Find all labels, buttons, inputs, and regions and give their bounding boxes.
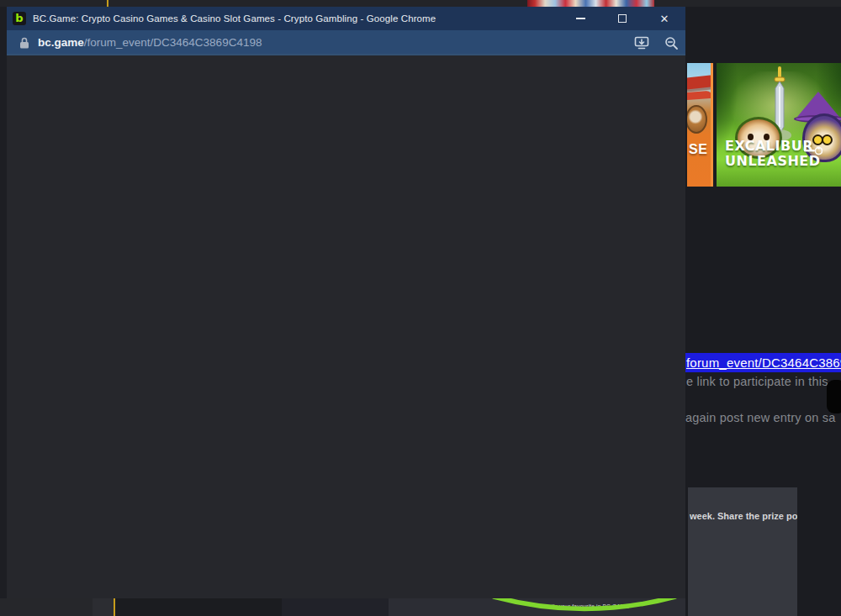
maximize-icon xyxy=(618,14,627,23)
download-icon[interactable] xyxy=(633,34,650,51)
game-banner-excalibur[interactable]: EXCALIBUR UNLEASHED xyxy=(717,63,841,187)
window-title: BC.Game: Crypto Casino Games & Casino Sl… xyxy=(33,7,436,30)
url-domain: bc.game xyxy=(38,36,84,49)
banner-title-fragment: SE xyxy=(689,142,707,157)
background-segment xyxy=(93,598,114,616)
close-button[interactable]: ✕ xyxy=(653,7,676,30)
background-segment xyxy=(282,598,389,616)
url-text[interactable]: bc.game/forum_event/DC3464C3869C4198 xyxy=(38,30,262,54)
forum-post-card: week. Share the prize po xyxy=(688,487,797,616)
background-banner-sliver xyxy=(527,0,654,7)
black-rounded-box xyxy=(827,380,841,413)
background-accent-line xyxy=(107,0,108,7)
selected-link-row: forum_event/DC3464C3869 xyxy=(685,353,841,372)
text-fragment-new-entry: again post new entry on sa xyxy=(685,411,841,426)
wizard-hat-art xyxy=(797,92,839,117)
background-top-strip xyxy=(0,0,841,7)
forum-event-link[interactable]: forum_event/DC3464C3869 xyxy=(685,353,841,372)
provider-logo-icon xyxy=(804,144,822,159)
lock-icon[interactable] xyxy=(19,37,29,52)
screen: SE EXCALIBUR UNLEASHED xyxy=(0,0,841,616)
zoom-out-icon[interactable] xyxy=(663,34,680,51)
text-fragment-participate: e link to participate in this xyxy=(686,375,841,390)
url-path: /forum_event/DC3464C3869C4198 xyxy=(84,36,262,49)
banner-character-art xyxy=(687,105,707,134)
popup-content-area xyxy=(7,55,685,598)
minimize-button[interactable] xyxy=(569,7,592,30)
background-segment xyxy=(115,598,282,616)
minimize-icon xyxy=(576,18,585,19)
close-icon: ✕ xyxy=(660,13,669,24)
pagoda-roof-art xyxy=(687,75,713,91)
maximize-button[interactable] xyxy=(611,7,634,30)
popup-window: b BC.Game: Crypto Casino Games & Casino … xyxy=(7,7,685,598)
game-banner-partial[interactable]: SE xyxy=(687,63,713,187)
text-fragment-prize: week. Share the prize po xyxy=(690,511,797,521)
address-bar[interactable]: bc.game/forum_event/DC3464C3869C4198 xyxy=(7,30,685,55)
pagoda-roof-art-2 xyxy=(687,91,712,100)
window-titlebar: b BC.Game: Crypto Casino Games & Casino … xyxy=(7,7,685,30)
bcgame-favicon: b xyxy=(13,12,26,25)
